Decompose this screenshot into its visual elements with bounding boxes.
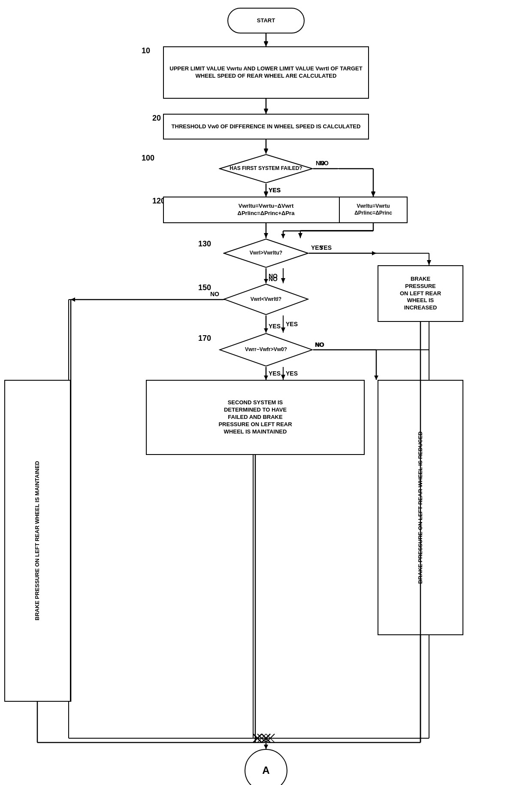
start-shape: START xyxy=(227,8,305,33)
label-170: 170 xyxy=(198,334,211,343)
box-190: SECOND SYSTEM IS DETERMINED TO HAVE FAIL… xyxy=(146,380,365,455)
svg-marker-34 xyxy=(427,260,431,265)
svg-marker-35 xyxy=(281,278,285,283)
svg-marker-82 xyxy=(264,328,268,333)
flowchart-diagram: YES NO YES NO NO YES NO YES START 10 UPP… xyxy=(0,0,532,785)
svg-marker-37 xyxy=(281,375,285,380)
svg-text:YES: YES xyxy=(269,370,281,377)
svg-text:YES: YES xyxy=(286,321,298,327)
label-150: 150 xyxy=(198,283,211,292)
svg-text:YES: YES xyxy=(269,187,281,194)
svg-marker-36 xyxy=(281,327,285,333)
svg-marker-59 xyxy=(264,149,268,154)
svg-marker-32 xyxy=(371,191,375,197)
svg-marker-71 xyxy=(281,234,285,238)
svg-marker-29 xyxy=(264,109,268,114)
box120-label: Vwrltu=Vwrtu−ΔVwrt ΔPrlinc=ΔPrinc+ΔPra xyxy=(238,203,295,217)
box180-label: BRAKE PRESSURE ON LEFT REAR WHEEL IS RED… xyxy=(417,431,424,584)
box110-label: Vwrltu=Vwrtu ΔPrlinc=ΔPrinc xyxy=(354,203,392,216)
box-110: Vwrltu=Vwrtu ΔPrlinc=ΔPrinc xyxy=(339,197,408,223)
svg-marker-61 xyxy=(264,192,268,197)
diamond170-label: Vwrr−Vwfr>Vw0? xyxy=(245,346,287,353)
box190-label: SECOND SYSTEM IS DETERMINED TO HAVE FAIL… xyxy=(218,399,292,435)
svg-line-102 xyxy=(262,734,270,743)
diamond100-label: HAS FIRST SYSTEM FAILED? xyxy=(230,165,302,172)
svg-text:YES: YES xyxy=(311,244,323,251)
svg-marker-30 xyxy=(264,149,268,154)
diamond-170: Vwrr−Vwfr>Vw0? xyxy=(219,333,313,367)
svg-text:NO: NO xyxy=(210,291,219,297)
svg-text:YES: YES xyxy=(320,244,332,251)
label-100: 100 xyxy=(142,154,154,163)
box20-label: THRESHOLD Vw0 OF DIFFERENCE IN WHEEL SPE… xyxy=(172,123,361,130)
box160-label: BRAKE PRESSURE ON LEFT REAR WHEEL IS MAI… xyxy=(34,461,41,620)
svg-text:YES: YES xyxy=(269,187,281,194)
box10-label: UPPER LIMIT VALUE Vwrtu AND LOWER LIMIT … xyxy=(167,65,365,80)
box-140: BRAKE PRESSURE ON LEFT REAR WHEEL IS INC… xyxy=(378,265,463,322)
svg-text:NO: NO xyxy=(320,160,329,167)
start-label: START xyxy=(257,17,275,24)
svg-line-47 xyxy=(266,734,275,743)
svg-marker-27 xyxy=(264,745,268,749)
svg-marker-73 xyxy=(372,251,376,255)
svg-line-48 xyxy=(257,734,266,743)
svg-marker-57 xyxy=(264,109,268,114)
svg-marker-76 xyxy=(264,279,268,283)
box-160: BRAKE PRESSURE ON LEFT REAR WHEEL IS MAI… xyxy=(4,380,71,702)
svg-marker-65 xyxy=(371,192,375,197)
end-circle: A xyxy=(245,749,287,785)
box-120: Vwrltu=Vwrtu−ΔVwrt ΔPrlinc=ΔPrinc+ΔPra xyxy=(163,197,369,223)
svg-marker-28 xyxy=(264,41,268,46)
svg-marker-89 xyxy=(264,376,268,380)
svg-text:NO: NO xyxy=(316,160,325,167)
svg-marker-33 xyxy=(264,233,268,238)
svg-marker-79 xyxy=(71,297,75,302)
box-10: UPPER LIMIT VALUE Vwrtu AND LOWER LIMIT … xyxy=(163,46,369,99)
svg-line-46 xyxy=(257,734,266,743)
svg-text:NO: NO xyxy=(315,341,324,348)
svg-line-101 xyxy=(253,734,262,743)
diamond-150: Vwrl<Vwrltl? xyxy=(223,283,309,315)
diamond-130: Vwrl>Vwrltu? xyxy=(223,238,309,268)
svg-marker-10 xyxy=(298,233,302,238)
label-130: 130 xyxy=(198,239,211,249)
svg-marker-55 xyxy=(264,42,268,46)
svg-text:NO: NO xyxy=(269,276,278,282)
box-180: BRAKE PRESSURE ON LEFT REAR WHEEL IS RED… xyxy=(378,380,463,635)
svg-line-100 xyxy=(262,734,270,743)
diamond130-label: Vwrl>Vwrltu? xyxy=(250,250,282,257)
svg-text:YES: YES xyxy=(286,370,298,377)
box140-label: BRAKE PRESSURE ON LEFT REAR WHEEL IS INC… xyxy=(400,276,441,312)
svg-marker-98 xyxy=(264,745,268,749)
box-20: THRESHOLD Vw0 OF DIFFERENCE IN WHEEL SPE… xyxy=(163,114,369,139)
svg-text:NO: NO xyxy=(315,341,324,348)
svg-marker-86 xyxy=(374,376,378,380)
diamond-100: HAS FIRST SYSTEM FAILED? xyxy=(219,154,313,184)
diamond150-label: Vwrl<Vwrltl? xyxy=(251,296,281,303)
label-10: 10 xyxy=(142,46,150,55)
label-20: 20 xyxy=(152,114,161,123)
svg-line-49 xyxy=(266,734,275,743)
end-label: A xyxy=(262,764,269,777)
svg-marker-31 xyxy=(264,191,268,197)
svg-line-99 xyxy=(253,734,262,743)
svg-text:NO: NO xyxy=(269,273,278,279)
svg-text:YES: YES xyxy=(269,323,281,330)
